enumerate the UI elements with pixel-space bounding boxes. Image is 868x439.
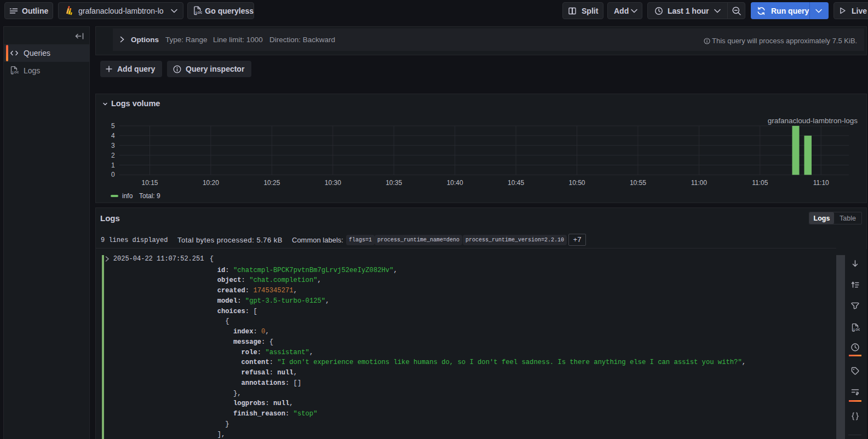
svg-text:LOG: LOG	[12, 71, 19, 74]
svg-text:10:30: 10:30	[325, 179, 341, 187]
svg-text:10:15: 10:15	[141, 179, 158, 187]
svg-text:0: 0	[111, 171, 115, 178]
svg-text:5: 5	[111, 122, 115, 130]
svg-text:11:05: 11:05	[752, 179, 768, 187]
svg-text:10:25: 10:25	[263, 179, 280, 187]
svg-text:2: 2	[111, 152, 115, 159]
svg-text:LOG: LOG	[854, 328, 860, 331]
svg-text:11:10: 11:10	[813, 179, 829, 187]
svg-text:3: 3	[111, 142, 115, 149]
svg-text:10:40: 10:40	[447, 179, 463, 187]
svg-text:LOG: LOG	[196, 11, 202, 14]
svg-text:10:50: 10:50	[568, 179, 585, 187]
svg-text:10:45: 10:45	[508, 179, 524, 187]
svg-text:11:00: 11:00	[691, 179, 707, 187]
svg-text:4: 4	[111, 132, 115, 140]
svg-text:10:20: 10:20	[203, 179, 219, 187]
svg-text:10:35: 10:35	[386, 179, 402, 187]
svg-text:10:55: 10:55	[630, 179, 646, 187]
svg-text:1: 1	[111, 161, 115, 169]
